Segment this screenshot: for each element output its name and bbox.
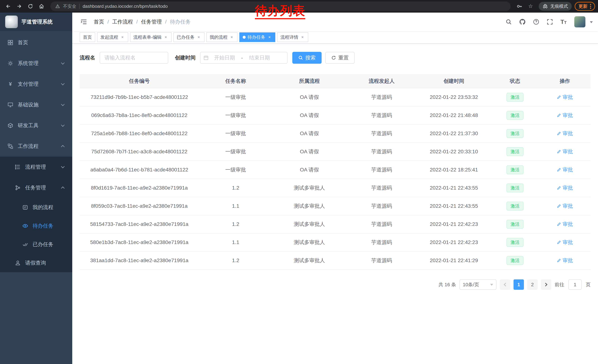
goto-label: 前往 — [555, 281, 564, 288]
close-icon[interactable]: × — [120, 35, 125, 40]
page-annotation: 待办列表 — [255, 4, 305, 19]
update-button[interactable]: 更新 — [575, 2, 595, 11]
sidebar-item-todo-tasks[interactable]: 待办任务 — [0, 217, 72, 235]
app-logo[interactable]: 芋道管理系统 — [0, 13, 72, 31]
reset-button[interactable]: 重置 — [325, 52, 355, 64]
menu-dots-icon[interactable] — [590, 4, 591, 9]
back-icon[interactable] — [3, 1, 13, 11]
sidebar-collapse-icon[interactable] — [77, 16, 90, 28]
app-frame: 芋道管理系统 首页 系统管理 ¥ 支付管理 — [0, 13, 598, 364]
approve-link[interactable]: 审批 — [557, 239, 573, 246]
table-row: a6aba0a4-7b6d-11ec-b781-acde48001122 一级审… — [80, 161, 590, 179]
breadcrumb-item[interactable]: 工作流程 — [112, 18, 133, 25]
leave-query-user-icon — [15, 260, 21, 266]
forward-icon[interactable] — [14, 1, 25, 11]
approve-link[interactable]: 审批 — [557, 202, 573, 210]
main-area: 首页 / 工作流程 / 任务管理 / 待办任务 — [72, 13, 598, 364]
close-icon[interactable]: × — [229, 35, 234, 40]
goto-page-input[interactable] — [568, 279, 582, 290]
created-cell: 2022-01-21 22:42:23 — [417, 233, 491, 251]
search-button[interactable]: 搜索 — [292, 52, 322, 64]
user-avatar[interactable] — [574, 16, 585, 27]
chevron-down-icon — [61, 61, 65, 65]
chevron-down-icon — [61, 165, 65, 168]
sidebar-item-process-manage[interactable]: 流程管理 — [0, 157, 72, 177]
sidebar-item-payment[interactable]: ¥ 支付管理 — [0, 74, 72, 94]
tab-home[interactable]: 首页 — [80, 32, 95, 42]
search-icon — [298, 55, 303, 60]
status-badge: 激活 — [507, 93, 523, 102]
chevron-right-icon — [544, 283, 548, 286]
approve-link[interactable]: 审批 — [557, 112, 573, 119]
approve-link[interactable]: 审批 — [557, 221, 573, 228]
chevron-down-icon[interactable] — [590, 21, 593, 25]
page-size-select[interactable]: 10条/页 — [459, 279, 497, 290]
date-range-picker[interactable]: - — [200, 52, 288, 64]
tab-initiate-process[interactable]: 发起流程 × — [97, 32, 128, 42]
process-cell: OA 请假 — [272, 161, 346, 179]
actions-cell: 审批 — [539, 233, 590, 251]
task-name-cell: 一级审批 — [199, 161, 272, 179]
actions-cell: 审批 — [539, 215, 590, 233]
breadcrumb-item[interactable]: 任务管理 — [141, 18, 162, 25]
sidebar-item-workflow[interactable]: 工作流程 — [0, 136, 72, 157]
help-icon[interactable] — [530, 16, 542, 28]
actions-cell: 审批 — [539, 124, 590, 143]
next-page-button[interactable] — [541, 279, 551, 290]
approve-link[interactable]: 审批 — [557, 166, 573, 173]
home-icon[interactable] — [36, 1, 47, 11]
created-cell: 2022-01-21 22:43:55 — [417, 179, 491, 197]
sidebar-item-infrastructure[interactable]: 基础设施 — [0, 94, 72, 115]
prev-page-button[interactable] — [500, 279, 510, 290]
page-button-1[interactable]: 1 — [514, 279, 524, 290]
close-icon[interactable]: × — [300, 35, 305, 40]
task-id-cell: 8f0d1619-7ac8-11ec-a9e2-a2380e71991a — [80, 179, 199, 197]
process-name-input[interactable] — [100, 52, 168, 64]
breadcrumb-item[interactable]: 首页 — [94, 18, 104, 25]
github-icon[interactable] — [516, 16, 528, 28]
table-header-row: 任务编号 任务名称 所属流程 流程发起人 创建时间 状态 操作 — [80, 74, 590, 88]
tab-done-tasks[interactable]: 已办任务 × — [173, 32, 205, 42]
tab-todo-tasks[interactable]: 待办任务 × — [239, 32, 275, 42]
search-icon[interactable] — [503, 16, 515, 28]
fullscreen-icon[interactable] — [544, 16, 556, 28]
end-date-input[interactable] — [245, 54, 274, 61]
sidebar-item-devtools[interactable]: 研发工具 — [0, 115, 72, 136]
col-status: 状态 — [491, 74, 539, 88]
refresh-icon — [331, 55, 336, 60]
close-icon[interactable]: × — [196, 35, 201, 40]
reload-icon[interactable] — [25, 1, 36, 11]
close-icon[interactable]: × — [163, 35, 168, 40]
screen: 不安全 dashboard.yudao.iocoder.cn/bpm/task/… — [0, 0, 598, 364]
actions-cell: 审批 — [539, 88, 590, 106]
task-manage-icon — [15, 185, 21, 191]
font-size-icon[interactable]: TT — [558, 16, 569, 28]
status-badge: 激活 — [507, 256, 523, 265]
tab-process-form-edit[interactable]: 流程表单-编辑 × — [130, 32, 172, 42]
calendar-icon — [203, 55, 208, 60]
tab-my-process[interactable]: 我的流程 × — [206, 32, 238, 42]
approve-link[interactable]: 审批 — [557, 130, 573, 137]
sidebar-item-task-manage[interactable]: 任务管理 — [0, 177, 72, 198]
table-row: 58154733-7ac8-11ec-a9e2-a2380e71991a 1.2… — [80, 215, 590, 233]
edit-pen-icon — [557, 240, 561, 245]
actions-cell: 审批 — [539, 143, 590, 161]
page-button-2[interactable]: 2 — [527, 279, 538, 290]
tab-process-detail[interactable]: 流程详情 × — [277, 32, 308, 42]
navbar-actions: TT — [503, 16, 593, 28]
approve-link[interactable]: 审批 — [557, 257, 573, 264]
start-date-input[interactable] — [210, 54, 239, 61]
approve-link[interactable]: 审批 — [557, 148, 573, 155]
sidebar-item-system[interactable]: 系统管理 — [0, 53, 72, 74]
key-icon[interactable] — [514, 1, 525, 11]
approve-link[interactable]: 审批 — [557, 94, 573, 101]
status-cell: 激活 — [491, 251, 539, 270]
sidebar-item-done-tasks[interactable]: 已办任务 — [0, 235, 72, 254]
approve-link[interactable]: 审批 — [557, 184, 573, 191]
star-icon[interactable]: ☆ — [525, 1, 536, 11]
sidebar-item-home[interactable]: 首页 — [0, 32, 72, 53]
created-cell: 2022-01-22 20:33:10 — [417, 143, 491, 161]
sidebar-item-leave-query[interactable]: 请假查询 — [0, 254, 72, 272]
sidebar-item-my-process[interactable]: 我的流程 — [0, 198, 72, 217]
close-icon[interactable]: × — [267, 35, 272, 40]
